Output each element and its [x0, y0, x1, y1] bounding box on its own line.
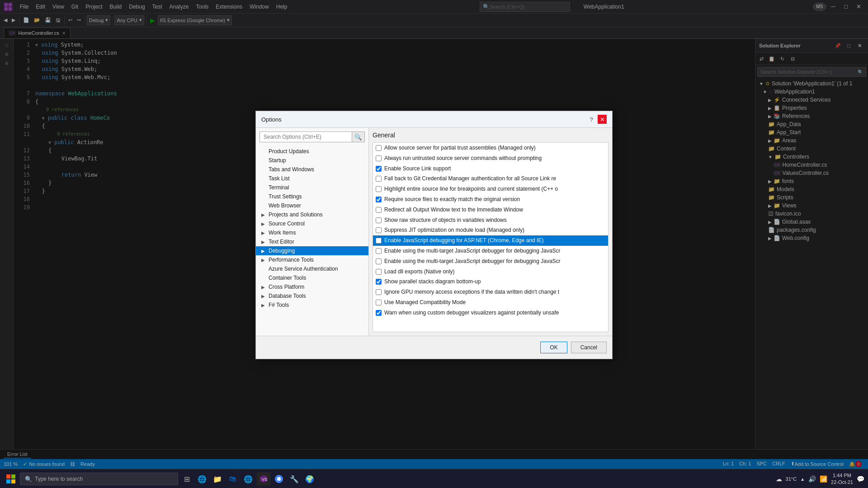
option-redirect-output-checkbox[interactable] [376, 207, 382, 213]
option-enable-js-debugging-checkbox[interactable] [376, 238, 382, 244]
taskbar-speaker: 🔊 [808, 475, 816, 483]
option-require-source-files-checkbox[interactable] [376, 197, 382, 202]
tree-database-tools[interactable]: ▶ Database Tools [256, 291, 368, 300]
svg-rect-4 [6, 474, 10, 479]
dialog-help-btn[interactable]: ? [587, 115, 596, 124]
tree-terminal[interactable]: Terminal [256, 183, 368, 192]
option-load-dll-exports-checkbox[interactable] [376, 269, 382, 275]
tree-product-updates[interactable]: Product Updates [256, 147, 368, 156]
option-multi-target-js-2-text: Enable using the multi-target JavaScript… [384, 258, 561, 265]
option-suppress-jit-checkbox[interactable] [376, 227, 382, 233]
option-enable-source-link-checkbox[interactable] [376, 166, 382, 172]
option-multi-target-js-1-checkbox[interactable] [376, 248, 382, 254]
dialog-options-panel: General Allow source server for partial … [369, 128, 612, 336]
option-highlight-source-line[interactable]: Highlight entire source line for breakpo… [373, 184, 608, 194]
option-allow-source-server-checkbox[interactable] [376, 145, 382, 151]
tree-fsharp-tools[interactable]: ▶ F# Tools [256, 300, 368, 310]
option-warn-custom-debugger[interactable]: Warn when using custom debugger visualiz… [373, 308, 608, 318]
taskbar-edge[interactable]: 🌐 [195, 472, 209, 486]
option-require-source-files-text: Require source files to exactly match th… [384, 196, 520, 203]
taskbar-app1[interactable]: 🌐 [241, 472, 255, 486]
tree-container-tools[interactable]: Container Tools [256, 273, 368, 282]
fsharp-tools-label: F# Tools [269, 302, 289, 308]
option-always-run-untrusted-checkbox[interactable] [376, 155, 382, 161]
option-redirect-output-text: Redirect all Output Window text to the I… [384, 206, 523, 214]
tree-task-list[interactable]: Task List [256, 174, 368, 183]
web-browser-label: Web Browser [269, 202, 301, 209]
option-highlight-source-line-text: Highlight entire source line for breakpo… [384, 185, 558, 193]
tree-startup[interactable]: Startup [256, 156, 368, 165]
option-ignore-gpu[interactable]: Ignore GPU memory access exceptions if t… [373, 287, 608, 297]
dialog-tree: Product Updates Startup Tabs and Windows… [256, 146, 368, 336]
option-show-raw-structure[interactable]: Show raw structure of objects in variabl… [373, 215, 608, 225]
dialog-search-btn[interactable]: 🔍 [352, 132, 364, 142]
option-always-run-untrusted[interactable]: Always run untrusted source server comma… [373, 153, 608, 164]
terminal-label: Terminal [269, 184, 289, 191]
option-highlight-source-line-checkbox[interactable] [376, 186, 382, 192]
option-show-parallel-stacks-checkbox[interactable] [376, 279, 382, 285]
taskbar-search[interactable]: 🔍 Type here to search [20, 473, 178, 485]
taskbar-chrome[interactable] [272, 472, 286, 486]
tree-work-items[interactable]: ▶ Work Items [256, 228, 368, 237]
dialog-body: 🔍 Product Updates Startup Tabs and Windo… [256, 128, 612, 336]
expand-arrow: ▶ [261, 221, 267, 226]
taskbar-notification-icon[interactable]: 💬 [857, 475, 864, 483]
taskbar-store[interactable]: 🛍 [226, 472, 240, 486]
tree-projects-solutions[interactable]: ▶ Projects and Solutions [256, 210, 368, 219]
dialog-search-input[interactable] [260, 132, 352, 142]
option-multi-target-js-2[interactable]: Enable using the multi-target JavaScript… [373, 256, 608, 267]
tree-text-editor[interactable]: ▶ Text Editor [256, 237, 368, 246]
cancel-button[interactable]: Cancel [571, 342, 607, 353]
ok-button[interactable]: OK [540, 342, 567, 353]
tree-azure-auth[interactable]: Azure Service Authentication [256, 264, 368, 273]
option-fallback-git[interactable]: Fall back to Git Credential Manager auth… [373, 174, 608, 184]
option-suppress-jit[interactable]: Suppress JIT optimization on module load… [373, 225, 608, 235]
tree-cross-platform[interactable]: ▶ Cross Platform [256, 282, 368, 291]
option-show-raw-structure-checkbox[interactable] [376, 217, 382, 223]
tree-perf-tools[interactable]: ▶ Performance Tools [256, 255, 368, 264]
option-ignore-gpu-checkbox[interactable] [376, 289, 382, 295]
option-managed-compat[interactable]: Use Managed Compatibility Mode [373, 297, 608, 308]
tree-trust-settings[interactable]: Trust Settings [256, 192, 368, 201]
dialog-search-box[interactable]: 🔍 [259, 131, 365, 142]
option-enable-js-debugging[interactable]: Enable JavaScript debugging for ASP.NET … [373, 235, 608, 246]
text-editor-label: Text Editor [269, 239, 294, 245]
tree-web-browser[interactable]: Web Browser [256, 201, 368, 210]
tree-source-control[interactable]: ▶ Source Control [256, 219, 368, 228]
dialog-title-icons: ? ✕ [587, 115, 607, 124]
option-warn-custom-debugger-checkbox[interactable] [376, 310, 382, 316]
expand-arrow: ▶ [261, 258, 267, 263]
option-allow-source-server[interactable]: Allow source server for partial trust as… [373, 143, 608, 153]
tree-tabs-windows[interactable]: Tabs and Windows [256, 165, 368, 174]
expand-arrow: ▶ [261, 212, 267, 217]
debugging-label: Debugging [269, 248, 295, 254]
option-multi-target-js-2-checkbox[interactable] [376, 258, 382, 264]
taskbar-app3[interactable]: 🌍 [303, 472, 316, 486]
option-show-parallel-stacks[interactable]: Show parallel stacks diagram bottom-up [373, 277, 608, 287]
option-allow-source-server-text: Allow source server for partial trust as… [384, 144, 536, 152]
svg-rect-7 [11, 479, 15, 483]
option-fallback-git-checkbox[interactable] [376, 176, 382, 182]
option-show-raw-structure-text: Show raw structure of objects in variabl… [384, 216, 507, 224]
option-redirect-output[interactable]: Redirect all Output Window text to the I… [373, 205, 608, 215]
options-list[interactable]: Allow source server for partial trust as… [373, 142, 609, 332]
option-enable-source-link[interactable]: Enable Source Link support [373, 164, 608, 174]
option-multi-target-js-1-text: Enable using the multi-target JavaScript… [384, 247, 561, 255]
taskbar-vs[interactable]: VS [257, 472, 270, 486]
product-updates-label: Product Updates [269, 148, 309, 155]
work-items-label: Work Items [269, 230, 296, 236]
option-load-dll-exports[interactable]: Load dll exports (Native only) [373, 267, 608, 277]
tree-debugging[interactable]: ▶ Debugging [256, 246, 368, 255]
start-button[interactable] [4, 472, 18, 486]
option-managed-compat-checkbox[interactable] [376, 300, 382, 305]
options-dialog: Options ? ✕ 🔍 Product Updates [255, 111, 613, 359]
option-require-source-files[interactable]: Require source files to exactly match th… [373, 194, 608, 205]
option-multi-target-js-1[interactable]: Enable using the multi-target JavaScript… [373, 246, 608, 256]
taskbar-app2[interactable]: 🔧 [288, 472, 301, 486]
perf-tools-label: Performance Tools [269, 257, 314, 263]
taskbar-explorer[interactable]: 📁 [211, 472, 224, 486]
taskbar-task-view[interactable]: ⊞ [180, 472, 193, 486]
taskbar-up-arrow: ▲ [800, 477, 805, 482]
dialog-title-bar: Options ? ✕ [256, 111, 612, 128]
dialog-close-btn[interactable]: ✕ [598, 115, 607, 124]
